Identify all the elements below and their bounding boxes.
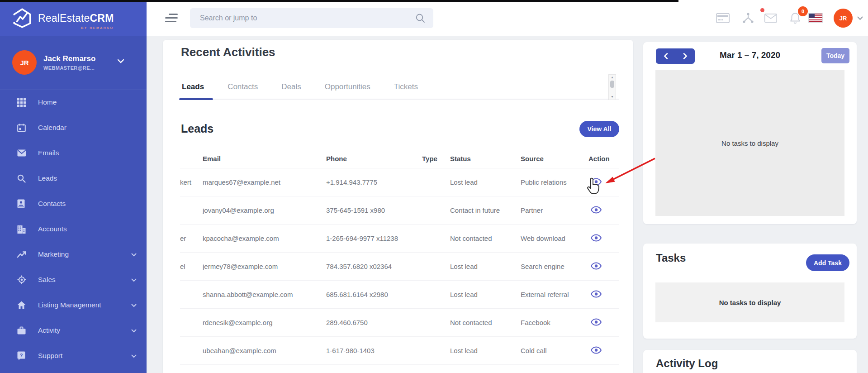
recent-activities-panel: Recent Activities Leads Contacts Deals O… xyxy=(163,40,633,373)
cell-email: ubeahan@example.com xyxy=(203,347,326,354)
user-email: WEBMASTER@RE... xyxy=(43,65,95,71)
topbar: 0 JR xyxy=(147,0,868,36)
cell-status: Not contacted xyxy=(450,234,521,242)
sidebar-item-accounts[interactable]: Accounts xyxy=(0,216,147,242)
brand-logo[interactable]: RealEstateCRM BY REMARSO xyxy=(0,0,147,36)
activity-log-widget: Activity Log xyxy=(643,350,857,373)
cell-status: Contact in future xyxy=(450,206,521,214)
view-lead-eye-icon[interactable] xyxy=(588,177,604,188)
sidebar-item-support[interactable]: ? Support xyxy=(0,343,147,368)
workflow-network-icon[interactable] xyxy=(741,11,755,25)
calendar-empty-message: No tasks to display xyxy=(721,139,778,147)
cell-name-fragment: kert xyxy=(180,178,203,186)
search-icon[interactable] xyxy=(415,13,425,23)
mail-icon[interactable] xyxy=(764,11,778,25)
sidebar-item-label: Accounts xyxy=(38,225,67,233)
scrollbar-thumb[interactable] xyxy=(610,81,614,88)
tasks-empty-message: No tasks to display xyxy=(719,299,781,306)
sidebar-nav: Home Calendar xyxy=(0,90,147,368)
tab-contacts[interactable]: Contacts xyxy=(227,76,259,99)
cell-phone: 289.460.6750 xyxy=(326,319,422,326)
cell-source: External referral xyxy=(521,291,588,298)
sidebar-item-emails[interactable]: Emails xyxy=(0,140,147,166)
sidebar-item-label: Listing Management xyxy=(38,301,101,309)
tab-tickets[interactable]: Tickets xyxy=(393,76,419,99)
cell-name-fragment: el xyxy=(180,263,203,270)
table-row: kert marques67@example.net +1.914.943.77… xyxy=(180,168,619,196)
search-input[interactable] xyxy=(190,14,415,22)
avatar: JR xyxy=(12,50,37,75)
calendar-empty-area: No tasks to display xyxy=(655,70,844,216)
table-header-row: Email Phone Type Status Source Action xyxy=(180,149,619,168)
sidebar-item-marketing[interactable]: Marketing xyxy=(0,242,147,267)
user-name: Jack Remarso xyxy=(43,54,95,63)
view-lead-eye-icon[interactable] xyxy=(588,289,604,301)
sidebar-item-activity[interactable]: Activity xyxy=(0,318,147,343)
sidebar-item-label: Marketing xyxy=(38,250,69,258)
cell-email: rdenesik@example.org xyxy=(203,319,326,326)
global-search xyxy=(190,8,433,28)
sidebar-item-label: Support xyxy=(38,352,62,360)
calendar-next-button[interactable] xyxy=(675,48,695,64)
view-all-button[interactable]: View All xyxy=(579,121,619,137)
header-status: Status xyxy=(450,155,521,163)
tasks-title: Tasks xyxy=(656,252,686,264)
table-row: er kpacocha@example.com 1-265-694-9977 x… xyxy=(180,225,619,253)
sidebar-item-label: Home xyxy=(38,98,57,106)
view-lead-eye-icon[interactable] xyxy=(588,233,604,244)
chevron-down-icon[interactable] xyxy=(131,253,137,257)
scrollbar[interactable]: ▲ ▼ xyxy=(608,74,616,100)
sidebar-item-calendar[interactable]: Calendar xyxy=(0,115,147,140)
today-button[interactable]: Today xyxy=(821,48,849,63)
user-profile[interactable]: JR Jack Remarso WEBMASTER@RE... xyxy=(12,49,134,76)
view-lead-eye-icon[interactable] xyxy=(588,261,604,273)
cell-email: marques67@example.net xyxy=(203,178,326,186)
tab-opportunities[interactable]: Opportunities xyxy=(324,76,371,99)
chevron-down-icon[interactable] xyxy=(131,304,137,307)
table-row: jovany04@example.org 375-645-1591 x980 C… xyxy=(180,196,619,225)
billing-card-icon[interactable] xyxy=(716,11,730,25)
chevron-down-icon[interactable] xyxy=(117,59,124,63)
chevron-down-icon[interactable] xyxy=(131,278,137,282)
cell-phone: +1.914.943.7775 xyxy=(326,178,422,186)
calendar-nav xyxy=(656,48,695,64)
table-row: ubeahan@example.com 1-617-980-1403 Lost … xyxy=(180,337,619,365)
scroll-down-icon[interactable]: ▼ xyxy=(611,94,614,99)
menu-toggle-icon[interactable] xyxy=(165,13,178,23)
notifications-bell-icon[interactable]: 0 xyxy=(788,11,802,25)
cell-email: jovany04@example.org xyxy=(203,206,326,214)
sidebar-item-home[interactable]: Home xyxy=(0,90,147,115)
activity-log-title: Activity Log xyxy=(656,357,718,370)
cell-status: Lost lead xyxy=(450,291,521,298)
briefcase-icon xyxy=(17,326,26,335)
sidebar-item-sales[interactable]: Sales xyxy=(0,267,147,292)
scroll-up-icon[interactable]: ▲ xyxy=(611,75,614,80)
envelope-icon xyxy=(17,148,26,158)
sidebar-item-label: Emails xyxy=(38,149,59,157)
app-screen: RealEstateCRM BY REMARSO JR Jack Remarso… xyxy=(0,0,868,373)
sidebar-item-label: Leads xyxy=(38,174,57,182)
cell-name-fragment: er xyxy=(180,234,203,242)
sidebar-item-contacts[interactable]: Contacts xyxy=(0,191,147,216)
view-lead-eye-icon[interactable] xyxy=(588,345,604,357)
chevron-down-icon[interactable] xyxy=(857,16,863,20)
notification-badge: 0 xyxy=(798,6,808,16)
cell-status: Not contacted xyxy=(450,319,521,326)
calendar-prev-button[interactable] xyxy=(656,48,675,64)
sidebar-item-leads[interactable]: Leads xyxy=(0,166,147,191)
sidebar-item-listing-management[interactable]: Listing Management xyxy=(0,292,147,318)
target-icon xyxy=(17,275,26,284)
add-task-button[interactable]: Add Task xyxy=(806,254,849,271)
cell-phone: 685.681.6164 x2980 xyxy=(326,291,422,298)
language-flag-us[interactable] xyxy=(809,14,822,22)
tab-leads[interactable]: Leads xyxy=(181,76,205,99)
view-lead-eye-icon[interactable] xyxy=(588,205,604,216)
chevron-down-icon[interactable] xyxy=(131,354,137,358)
video-letterbox-strip xyxy=(0,0,678,2)
tab-deals[interactable]: Deals xyxy=(280,76,302,99)
cell-phone: 784.357.6820 x02364 xyxy=(326,263,422,270)
cell-status: Lost lead xyxy=(450,263,521,270)
avatar[interactable]: JR xyxy=(834,9,853,28)
view-lead-eye-icon[interactable] xyxy=(588,317,604,329)
chevron-down-icon[interactable] xyxy=(131,329,137,333)
